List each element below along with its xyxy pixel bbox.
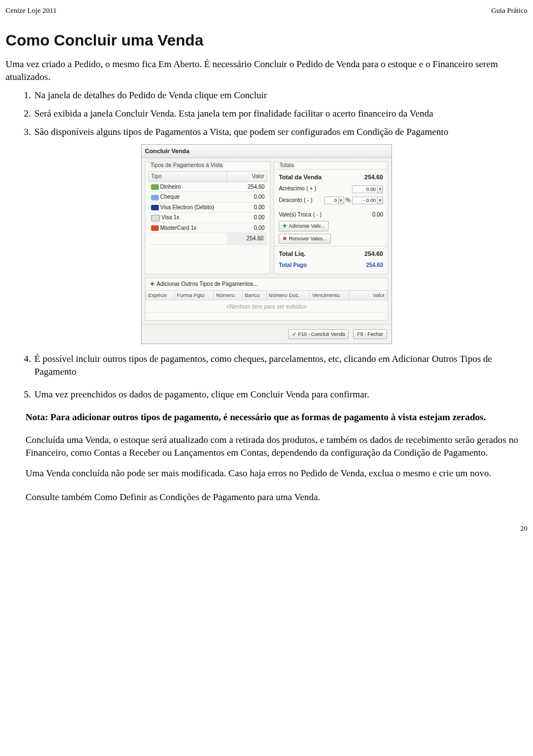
body-paragraph: Uma Venda concluída não pode ser mais mo…	[26, 467, 527, 480]
mastercard-icon	[151, 225, 159, 231]
pagamento-name: Dinheiro	[160, 184, 181, 190]
total-pago-label: Total Pago	[279, 261, 306, 269]
btn-label: F10 - Concluir Venda	[298, 331, 345, 337]
page-number: 20	[6, 523, 527, 533]
dropdown-icon[interactable]: ▾	[339, 196, 344, 204]
concluir-venda-dialog: Concluir Venda Tipos de Pagamentos à Vis…	[141, 144, 392, 344]
outros-pagamentos-table: EspécieForma PgtoNúmeroBancoNúmero Doc.V…	[145, 290, 388, 320]
col-valor[interactable]: Valor	[227, 172, 267, 182]
table-row[interactable]: Dinheiro254.60	[149, 182, 267, 192]
step-item: Uma vez preenchidos os dados de pagament…	[33, 389, 527, 401]
outros-pagamentos-panel: ✚Adicionar Outros Tipos de Pagamentos...…	[145, 278, 388, 321]
page-title: Como Concluir uma Venda	[6, 30, 527, 51]
link-label: Adicionar Outros Tipos de Pagamentos...	[157, 281, 258, 287]
pct-unit: %	[345, 197, 350, 203]
note-paragraph: Nota: Para adicionar outros tipos de pag…	[26, 411, 527, 424]
totais-panel: Totais Total da Venda 254.60 Acréscimo (…	[274, 162, 388, 274]
desconto-label: Desconto ( - )	[279, 196, 313, 204]
dropdown-icon[interactable]: ▾	[378, 185, 383, 193]
steps-list-b: É possível incluir outros tipos de pagam…	[6, 353, 527, 401]
tipos-pagamento-panel: Tipos de Pagamentos à Vista Tipo Valor D…	[145, 162, 270, 274]
see-also: Consulte também Como Definir as Condiçõe…	[26, 491, 527, 504]
plus-icon: ✚	[283, 223, 287, 229]
pagamento-value: 0.00	[227, 213, 267, 223]
acrescimo-label: Acréscimo ( + )	[279, 185, 316, 193]
total-pago-value: 254.60	[350, 261, 383, 269]
pagamento-name: MasterCard 1x	[160, 225, 197, 231]
money-icon	[151, 184, 159, 190]
table-row[interactable]: Visa Electron (Débito)0.00	[149, 202, 267, 213]
pagamento-name: Cheque	[160, 194, 180, 200]
col-header[interactable]: Número Doc.	[266, 290, 310, 300]
dialog-title: Concluir Venda	[142, 145, 391, 158]
body-paragraph: Concluída uma Venda, o estoque será atua…	[26, 434, 527, 460]
fechar-button[interactable]: F8 - Fechar	[353, 329, 387, 339]
table-row[interactable]: Cheque0.00	[149, 192, 267, 203]
concluir-venda-button[interactable]: ✔F10 - Concluir Venda	[288, 329, 349, 339]
total-liq-label: Total Liq.	[279, 250, 305, 258]
btn-label: Adicionar Vale...	[289, 223, 325, 229]
header-right: Guia Prático	[491, 6, 527, 16]
col-header[interactable]: Valor	[349, 290, 388, 300]
pagamentos-table: Tipo Valor Dinheiro254.60Cheque0.00Visa …	[148, 171, 267, 245]
acrescimo-input[interactable]: 0.00	[352, 185, 378, 193]
remover-vales-button[interactable]: ✖Remover Vales...	[279, 234, 330, 244]
vales-value: 0.00	[350, 211, 383, 219]
cheque-icon	[151, 195, 159, 200]
pagamento-name: Visa 1x	[162, 214, 180, 220]
visa-1x-icon	[151, 215, 160, 221]
col-header[interactable]: Forma Pgto	[174, 290, 214, 300]
step-item: Será exibida a janela Concluir Venda. Es…	[33, 108, 527, 120]
col-header[interactable]: Espécie	[146, 290, 175, 300]
table-row[interactable]: Visa 1x0.00	[149, 213, 267, 223]
total-liq-value: 254.60	[350, 250, 383, 258]
col-header[interactable]: Vencimento	[310, 290, 349, 300]
total-venda-value: 254.60	[350, 173, 383, 182]
total-venda-label: Total da Venda	[279, 173, 321, 182]
pagamento-value: 0.00	[227, 202, 267, 213]
pagamentos-total: 254.60	[227, 233, 267, 245]
step-item: É possível incluir outros tipos de pagam…	[33, 353, 527, 379]
desconto-pct-input[interactable]: 0	[324, 196, 339, 204]
col-header[interactable]: Banco	[242, 290, 266, 300]
header-left: Cenize Loje 2011	[6, 6, 57, 16]
adicionar-outros-pagamentos-link[interactable]: ✚Adicionar Outros Tipos de Pagamentos...	[145, 278, 388, 290]
desconto-input[interactable]: - 0.00	[352, 196, 378, 204]
visa-debit-icon	[151, 205, 159, 210]
panel-label: Totais	[278, 162, 295, 169]
vales-label: Vale(s) Troca ( - )	[279, 211, 321, 219]
pagamento-value: 0.00	[227, 223, 267, 233]
step-item: São disponíveis alguns tipos de Pagament…	[33, 126, 527, 139]
col-tipo[interactable]: Tipo	[149, 172, 227, 182]
plus-icon: ✚	[150, 281, 154, 287]
table-row[interactable]: MasterCard 1x0.00	[149, 223, 267, 233]
x-icon: ✖	[283, 236, 287, 241]
btn-label: Remover Vales...	[289, 236, 326, 241]
dropdown-icon[interactable]: ▾	[378, 196, 383, 204]
adicionar-vale-button[interactable]: ✚Adicionar Vale...	[279, 221, 329, 231]
pagamento-value: 0.00	[227, 192, 267, 203]
pagamento-value: 254.60	[227, 182, 267, 192]
intro-paragraph: Uma vez criado a Pedido, o mesmo fica Em…	[6, 58, 527, 84]
empty-placeholder: <Nenhum item para ser exibido>	[146, 300, 388, 313]
panel-label: Tipos de Pagamentos à Vista	[149, 162, 224, 169]
step-item: Na janela de detalhes do Pedido de Venda…	[33, 89, 527, 102]
pagamento-name: Visa Electron (Débito)	[160, 204, 214, 210]
check-icon: ✔	[292, 331, 296, 337]
steps-list-a: Na janela de detalhes do Pedido de Venda…	[6, 89, 527, 139]
col-header[interactable]: Número	[214, 290, 243, 300]
